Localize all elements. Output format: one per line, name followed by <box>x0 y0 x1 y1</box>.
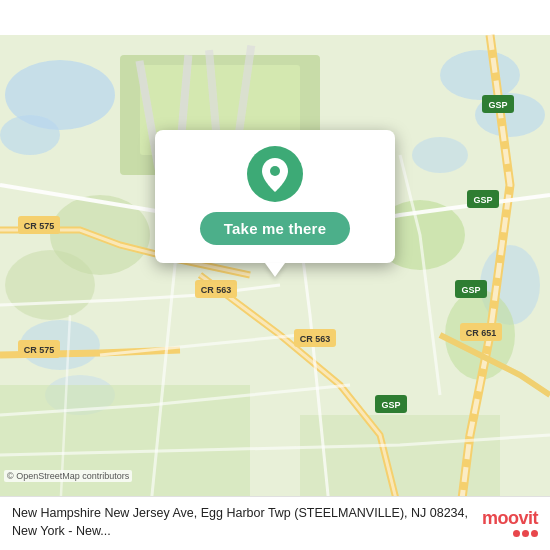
svg-text:CR 563: CR 563 <box>300 334 331 344</box>
dot-2 <box>522 530 529 537</box>
moovit-wordmark: moovit <box>482 508 538 529</box>
moovit-logo: moovit <box>482 508 538 537</box>
map-container: CR 575 CR 575 CR 563 CR 563 CR 651 GSP G… <box>0 0 550 550</box>
svg-point-2 <box>0 115 60 155</box>
dot-3 <box>531 530 538 537</box>
take-me-there-button[interactable]: Take me there <box>200 212 350 245</box>
svg-text:GSP: GSP <box>381 400 400 410</box>
svg-point-3 <box>440 50 520 100</box>
svg-point-40 <box>270 166 280 176</box>
svg-text:GSP: GSP <box>473 195 492 205</box>
popup-card: Take me there <box>155 130 395 263</box>
svg-text:GSP: GSP <box>488 100 507 110</box>
svg-text:CR 575: CR 575 <box>24 345 55 355</box>
svg-point-5 <box>412 137 468 173</box>
svg-text:CR 651: CR 651 <box>466 328 497 338</box>
svg-text:CR 575: CR 575 <box>24 221 55 231</box>
address-text: New Hampshire New Jersey Ave, Egg Harbor… <box>12 505 482 540</box>
moovit-dots <box>513 530 538 537</box>
bottom-bar: New Hampshire New Jersey Ave, Egg Harbor… <box>0 496 550 550</box>
svg-point-18 <box>5 250 95 320</box>
svg-text:CR 563: CR 563 <box>201 285 232 295</box>
location-pin-icon <box>247 146 303 202</box>
svg-text:GSP: GSP <box>461 285 480 295</box>
dot-1 <box>513 530 520 537</box>
osm-attribution: © OpenStreetMap contributors <box>4 470 132 482</box>
